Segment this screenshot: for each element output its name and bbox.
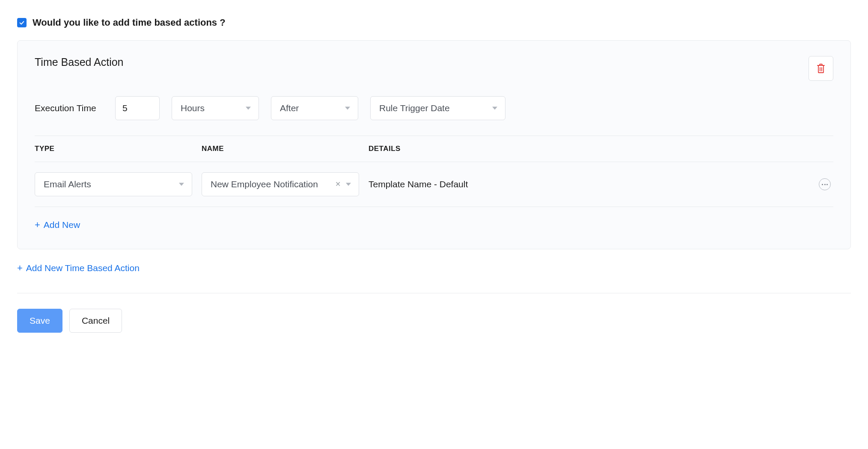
delete-action-button[interactable] [809, 56, 833, 81]
add-new-label: Add New [44, 220, 80, 230]
action-type-cell: Email Alerts [35, 172, 202, 196]
action-row: Email Alerts New Employee Notification ✕… [35, 162, 833, 207]
chevron-down-icon [346, 183, 351, 186]
footer-divider [17, 293, 851, 293]
select-value: Hours [181, 103, 205, 113]
action-details-text: Template Name - Default [369, 179, 819, 189]
add-new-action-link[interactable]: + Add New [35, 220, 80, 230]
add-section-label: Add New Time Based Action [26, 263, 140, 273]
clear-icon[interactable]: ✕ [335, 181, 341, 188]
time-based-checkbox-label: Would you like to add time based actions… [33, 17, 226, 28]
execution-value-input[interactable] [115, 96, 160, 120]
chevron-down-icon [345, 107, 350, 110]
time-based-checkbox[interactable] [17, 18, 27, 27]
action-name-cell: New Employee Notification ✕ [202, 172, 369, 196]
panel-title: Time Based Action [35, 56, 124, 68]
actions-table-header: TYPE NAME DETAILS [35, 136, 833, 162]
row-more-button[interactable] [819, 178, 831, 190]
chevron-down-icon [492, 107, 497, 110]
execution-controls: Hours After Rule Trigger Date [115, 96, 505, 120]
chevron-down-icon [179, 183, 184, 186]
cancel-button[interactable]: Cancel [69, 309, 122, 333]
select-value: New Employee Notification [211, 179, 318, 189]
time-based-toggle-row: Would you like to add time based actions… [17, 17, 851, 28]
select-value: Rule Trigger Date [379, 103, 450, 113]
execution-anchor-select[interactable]: Rule Trigger Date [370, 96, 505, 120]
time-based-action-panel: Time Based Action Execution Time Hours A… [17, 40, 851, 249]
action-name-select[interactable]: New Employee Notification ✕ [202, 172, 359, 196]
action-type-select[interactable]: Email Alerts [35, 172, 192, 196]
trash-icon [816, 63, 826, 74]
select-value: After [280, 103, 299, 113]
ellipsis-icon [822, 184, 828, 185]
check-icon [19, 20, 25, 26]
select-value: Email Alerts [44, 179, 91, 189]
col-header-details: DETAILS [369, 145, 833, 153]
panel-header: Time Based Action [35, 56, 833, 81]
add-new-time-based-action-link[interactable]: + Add New Time Based Action [17, 263, 140, 273]
save-button[interactable]: Save [17, 309, 62, 333]
chevron-down-icon [246, 107, 251, 110]
execution-relation-select[interactable]: After [271, 96, 358, 120]
action-details-cell: Template Name - Default [369, 178, 833, 190]
execution-time-label: Execution Time [35, 103, 103, 113]
col-header-name: NAME [202, 145, 369, 153]
plus-icon: + [17, 263, 23, 273]
execution-unit-select[interactable]: Hours [172, 96, 259, 120]
footer-buttons: Save Cancel [17, 309, 851, 333]
col-header-type: TYPE [35, 145, 202, 153]
plus-icon: + [35, 220, 40, 230]
execution-time-row: Execution Time Hours After Rule Trigger … [35, 96, 833, 120]
